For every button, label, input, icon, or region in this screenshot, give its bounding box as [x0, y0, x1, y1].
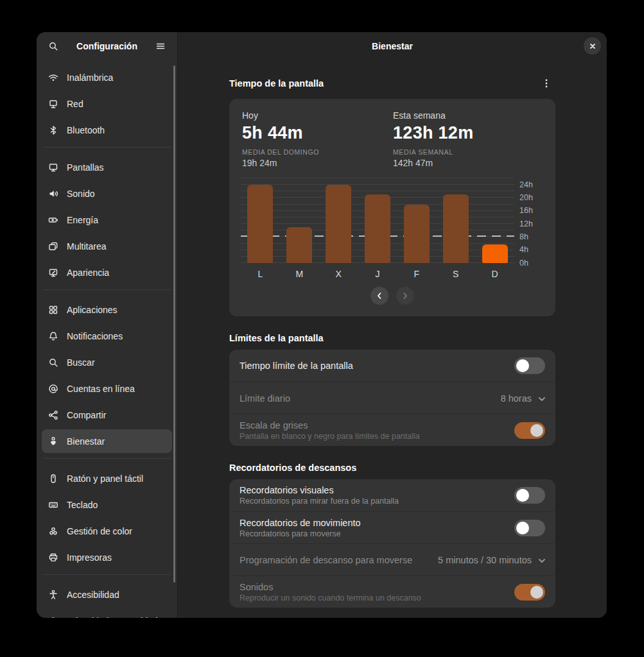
chart-ytick-label: 12h [519, 220, 533, 228]
sidebar-item-power[interactable]: Energía [42, 208, 172, 232]
sidebar-scrollbar[interactable] [173, 65, 175, 583]
sidebar-item-appearance[interactable]: Apariencia [42, 260, 172, 284]
search-button[interactable] [44, 37, 62, 55]
main-header: Bienestar [178, 32, 607, 60]
visual-reminders-toggle[interactable] [514, 487, 545, 504]
screen-time-card: Hoy 5h 44m MEDIA DEL DOMINGO 19h 24m Est… [229, 99, 555, 316]
grayscale-toggle[interactable] [514, 422, 545, 439]
chart-bar-today[interactable] [482, 244, 508, 263]
sounds-toggle[interactable] [514, 584, 545, 601]
at-icon [48, 384, 58, 394]
sidebar-item-privacy[interactable]: Privacidad y seguridad [42, 609, 172, 618]
sidebar-item-label: Ratón y panel táctil [67, 474, 143, 484]
sidebar-item-wellbeing[interactable]: Bienestar [42, 429, 172, 453]
sidebar-item-label: Apariencia [67, 268, 109, 278]
hand-icon [48, 616, 58, 619]
chart-bar[interactable] [443, 194, 469, 263]
sidebar-item-sound[interactable]: Sonido [42, 182, 172, 205]
sidebar-item-color[interactable]: Gestión de color [42, 519, 172, 543]
chart-bar[interactable] [326, 185, 351, 263]
chart-day-labels: L M X J F S D [241, 269, 514, 279]
sidebar-item-apps[interactable]: Aplicaciones [42, 298, 172, 321]
sidebar-item-wifi[interactable]: Inalámbrica [42, 65, 172, 89]
sidebar-item-label: Cuentas en línea [67, 384, 135, 394]
close-icon [587, 41, 598, 51]
sidebar-item-bluetooth[interactable]: Bluetooth [42, 118, 172, 142]
sidebar-item-label: Red [67, 99, 83, 109]
day-label: X [319, 269, 358, 279]
row-title: Sonidos [239, 582, 421, 592]
movement-reminders-toggle[interactable] [514, 520, 545, 536]
daily-limit-value: 8 horas [501, 393, 532, 404]
search-icon [48, 357, 58, 368]
row-break-schedule[interactable]: Programación de descanso para moverse 5 … [229, 543, 555, 576]
today-label: Hoy [242, 110, 393, 121]
hamburger-icon [155, 41, 166, 51]
sidebar-item-label: Notificaciones [67, 331, 123, 341]
main-content: Tiempo de la pantalla Hoy 5h 44m MEDIA D… [229, 74, 555, 608]
sidebar-item-label: Bienestar [67, 436, 105, 447]
color-icon [48, 526, 58, 536]
network-icon [48, 99, 58, 109]
chart-ytick-label: 24h [519, 181, 533, 189]
sidebar-item-printers[interactable]: Impresoras [42, 545, 172, 569]
sidebar-item-displays[interactable]: Pantallas [42, 155, 172, 179]
accessibility-icon [48, 590, 58, 600]
next-week-button[interactable] [396, 287, 414, 305]
week-label: Esta semana [393, 110, 544, 121]
sidebar-item-multitasking[interactable]: Multitarea [42, 234, 172, 258]
row-grayscale: Escala de grises Pantalla en blanco y ne… [229, 414, 555, 446]
row-title: Programación de descanso para moverse [239, 555, 412, 565]
sidebar-nav: Inalámbrica Red Bluetooth Pantallas Soni… [37, 60, 177, 618]
today-avg-label: MEDIA DEL DOMINGO [242, 148, 393, 156]
chart-ytick-label: 4h [519, 246, 528, 254]
kebab-menu-icon [541, 78, 552, 89]
sidebar-item-keyboard[interactable]: Teclado [42, 493, 172, 516]
day-label: J [358, 269, 397, 279]
day-label: S [436, 269, 475, 279]
printer-icon [48, 552, 58, 563]
chart-bar[interactable] [365, 194, 390, 263]
sidebar-item-notifications[interactable]: Notificaciones [42, 324, 172, 348]
previous-week-button[interactable] [370, 287, 388, 305]
row-daily-limit[interactable]: Límite diario 8 horas [229, 382, 555, 414]
row-subtitle: Pantalla en blanco y negro para límites … [239, 432, 420, 441]
bell-icon [48, 331, 58, 341]
chevron-down-icon [537, 556, 545, 564]
chart-gridline [241, 178, 514, 178]
chart-plot: 0h4h8h12h16h20h24h [241, 178, 514, 263]
sidebar-item-label: Accesibilidad [67, 590, 119, 600]
row-movement-reminders: Recordatorios de movimiento Recordatorio… [229, 511, 555, 543]
chart-bar[interactable] [247, 185, 273, 263]
appearance-icon [48, 268, 58, 278]
breaks-card: Recordatorios visuales Recordatorios par… [229, 479, 555, 608]
chart-ytick-label: 0h [519, 259, 528, 268]
sidebar-item-accessibility[interactable]: Accesibilidad [42, 583, 172, 606]
chart-ytick-label: 16h [519, 207, 533, 216]
sidebar-item-online-accounts[interactable]: Cuentas en línea [42, 377, 172, 400]
screen-time-limit-toggle[interactable] [514, 357, 545, 374]
sidebar-item-label: Buscar [67, 357, 95, 368]
page-title: Bienestar [372, 41, 413, 51]
sidebar-item-label: Bluetooth [67, 125, 105, 135]
chart-gridline [241, 191, 514, 191]
screen-time-menu-button[interactable] [537, 74, 555, 92]
display-icon [48, 162, 58, 173]
close-button[interactable] [584, 37, 601, 55]
sidebar-item-mouse[interactable]: Ratón y panel táctil [42, 466, 172, 490]
sidebar-item-search[interactable]: Buscar [42, 350, 172, 374]
sidebar-item-label: Energía [67, 215, 98, 225]
sidebar-item-network[interactable]: Red [42, 92, 172, 115]
main-menu-button[interactable] [152, 37, 170, 55]
chart-bar[interactable] [286, 227, 312, 263]
section-title-breaks: Recordatorios de descansos [229, 463, 356, 473]
row-title: Recordatorios de movimiento [239, 518, 361, 528]
sidebar-separator [43, 147, 171, 148]
limits-card: Tiempo límite de la pantalla Límite diar… [229, 350, 555, 446]
chart-bar[interactable] [404, 205, 430, 263]
sidebar-item-sharing[interactable]: Compartir [42, 403, 172, 427]
sidebar: Configuración Inalámbrica Red Bluetooth [37, 32, 178, 618]
section-title-limits: Límites de la pantalla [229, 333, 324, 343]
keyboard-icon [48, 500, 58, 510]
wifi-icon [48, 73, 58, 83]
